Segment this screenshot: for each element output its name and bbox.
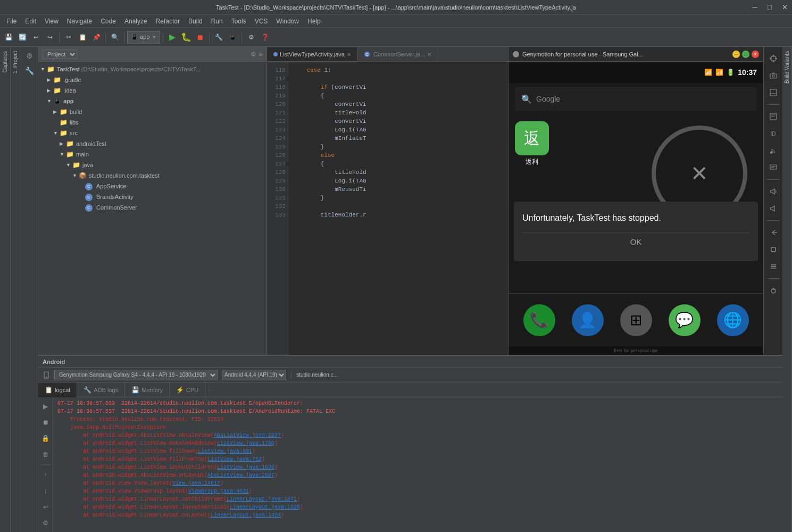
dock-messages-icon[interactable]: 💬 bbox=[669, 304, 701, 336]
editor-tab-listview[interactable]: ListViewTypeActivity.java ✕ bbox=[267, 47, 358, 61]
link-linearlayout-1525[interactable]: LinearLayout.java:1525 bbox=[230, 504, 300, 510]
tree-item-root[interactable]: ▼ 📁 TaskTest (D:\Studio_Workspace\projec… bbox=[38, 64, 266, 74]
app-icon[interactable]: 返 bbox=[515, 121, 549, 155]
menu-vcs[interactable]: VCS bbox=[251, 15, 272, 27]
log-icon-wrap[interactable]: ↩ bbox=[39, 500, 53, 514]
build-variants-label[interactable]: Build Variants bbox=[782, 47, 791, 88]
device-selector-dropdown[interactable]: Genymotion Samsung Galaxy S4 - 4.4.4 - A… bbox=[54, 370, 218, 380]
log-icon-down[interactable]: ↓ bbox=[39, 484, 53, 498]
tree-item-libs[interactable]: 📁 libs bbox=[38, 117, 266, 128]
menu-edit[interactable]: Edit bbox=[21, 15, 40, 27]
tree-item-androidtest[interactable]: ▶ 📁 androidTest bbox=[38, 138, 266, 149]
genymotion-maximize[interactable]: □ bbox=[742, 51, 749, 58]
toolbar-btn-settings[interactable]: ⚙ bbox=[245, 31, 257, 44]
link-view-14817[interactable]: View.java:14817 bbox=[172, 480, 220, 486]
link-viewgroup-4631[interactable]: ViewGroup.java:4631 bbox=[188, 488, 249, 494]
log-icon-up[interactable]: ↑ bbox=[39, 468, 53, 482]
minimize-button[interactable]: ─ bbox=[747, 0, 762, 15]
link-listview-1790[interactable]: ListView.java:1790 bbox=[217, 440, 274, 446]
log-icon-3[interactable]: 🔒 bbox=[39, 431, 53, 445]
ok-button[interactable]: OK bbox=[522, 232, 749, 251]
tree-item-brandsactivity[interactable]: C BrandsActivity bbox=[38, 192, 266, 202]
menu-navigate[interactable]: Navigate bbox=[63, 15, 96, 27]
rt-gps-btn[interactable] bbox=[766, 51, 781, 66]
toolbar-btn-debug[interactable]: 🐛 bbox=[180, 31, 193, 44]
menu-run[interactable]: Run bbox=[207, 15, 227, 27]
log-icon-settings[interactable]: ⚙ bbox=[39, 516, 53, 530]
link-listview-752[interactable]: ListView.java:752 bbox=[207, 456, 262, 462]
li-search2-icon[interactable] bbox=[23, 518, 37, 532]
close-button[interactable]: ✕ bbox=[777, 0, 792, 15]
toolbar-btn-cut[interactable]: ✂ bbox=[62, 31, 75, 44]
project-view-dropdown[interactable]: Project bbox=[43, 49, 77, 59]
rt-back-btn[interactable] bbox=[766, 225, 781, 240]
rt-vol-up-btn[interactable] bbox=[766, 184, 781, 199]
tree-item-idea[interactable]: ▶ 📁 .idea bbox=[38, 85, 266, 96]
tab-close-commonserver[interactable]: ✕ bbox=[427, 52, 431, 57]
bottom-tab-adb[interactable]: 🔧 ADB logs bbox=[77, 383, 125, 397]
menu-tools[interactable]: Tools bbox=[227, 15, 251, 27]
captures-label[interactable]: Captures bbox=[1, 47, 10, 77]
li-gear-icon[interactable]: 🔧 bbox=[23, 64, 37, 78]
menu-help[interactable]: Help bbox=[303, 15, 325, 27]
rt-camera-btn[interactable] bbox=[766, 68, 781, 83]
toolbar-btn-sdk[interactable]: 🔧 bbox=[212, 31, 225, 44]
toolbar-btn-redo[interactable]: ↪ bbox=[44, 31, 56, 44]
link-linearlayout-1671[interactable]: LinearLayout.java:1671 bbox=[227, 496, 297, 502]
link-listview-1630[interactable]: ListView.java:1630 bbox=[217, 464, 274, 470]
menu-window[interactable]: Window bbox=[272, 15, 303, 27]
tree-item-app[interactable]: ▼ 📱 app bbox=[38, 96, 266, 106]
menu-build[interactable]: Build bbox=[184, 15, 207, 27]
dock-apps-icon[interactable]: ⊞ bbox=[620, 304, 652, 336]
tree-item-commonserver[interactable]: C CommonServer bbox=[38, 202, 266, 213]
tab-close-listview[interactable]: ✕ bbox=[347, 52, 351, 57]
toolbar-btn-stop[interactable]: ⏹ bbox=[194, 31, 206, 44]
menu-view[interactable]: View bbox=[40, 15, 63, 27]
log-icon-clear[interactable]: 🗑 bbox=[39, 447, 53, 461]
editor-tab-commonserver[interactable]: C CommonServer.ja... ✕ bbox=[358, 47, 438, 61]
project-header-gear[interactable]: ⚙ bbox=[251, 51, 256, 58]
toolbar-btn-search[interactable]: 🔍 bbox=[109, 31, 121, 44]
rt-home-btn[interactable] bbox=[766, 242, 781, 257]
maximize-button[interactable]: □ bbox=[762, 0, 777, 15]
bottom-tab-logcat[interactable]: 📋 logcat bbox=[38, 383, 77, 397]
tree-item-gradle[interactable]: ▶ 📁 .gradle bbox=[38, 74, 266, 85]
tree-item-src[interactable]: ▼ 📁 src bbox=[38, 128, 266, 138]
log-icon-1[interactable]: ▶ bbox=[39, 400, 53, 413]
link-linearlayout-1434[interactable]: LinearLayout.java:1434 bbox=[211, 512, 281, 518]
log-icon-2[interactable]: ⏹ bbox=[39, 415, 53, 429]
link-listview-691[interactable]: ListView.java:691 bbox=[198, 448, 252, 454]
toolbar-btn-save[interactable]: 💾 bbox=[2, 31, 15, 44]
toolbar-btn-paste[interactable]: 📌 bbox=[90, 31, 103, 44]
toolbar-btn-undo[interactable]: ↩ bbox=[30, 31, 43, 44]
tree-item-appservice[interactable]: C AppService bbox=[38, 181, 266, 192]
dock-contacts-icon[interactable]: 👤 bbox=[572, 304, 604, 336]
run-config-selector[interactable]: 📱 app ▼ bbox=[127, 31, 160, 44]
tree-item-build[interactable]: ▶ 📁 build bbox=[38, 106, 266, 117]
link-abslistview-2277[interactable]: AbsListView.java:2277 bbox=[214, 433, 281, 438]
toolbar-btn-sync[interactable]: 🔄 bbox=[16, 31, 29, 44]
menu-file[interactable]: File bbox=[2, 15, 21, 27]
toolbar-btn-copy[interactable]: 📋 bbox=[76, 31, 89, 44]
api-selector-dropdown[interactable]: Android 4.4.4 (API 19) bbox=[222, 370, 286, 380]
menu-analyze[interactable]: Analyze bbox=[120, 15, 152, 27]
rt-nav-btn[interactable] bbox=[766, 109, 781, 124]
toolbar-btn-run[interactable]: ▶ bbox=[166, 31, 179, 44]
rt-power-btn[interactable] bbox=[766, 283, 781, 298]
rt-photos-btn[interactable] bbox=[766, 85, 781, 100]
tree-item-java[interactable]: ▼ 📁 java bbox=[38, 160, 266, 170]
project-tab-label[interactable]: 1: Project bbox=[11, 47, 21, 78]
genymotion-close[interactable]: ✕ bbox=[752, 51, 759, 58]
dock-browser-icon[interactable]: 🌐 bbox=[717, 304, 749, 336]
menu-code[interactable]: Code bbox=[96, 15, 120, 27]
bottom-tab-cpu[interactable]: ⚡ CPU bbox=[170, 383, 205, 397]
bottom-tab-memory[interactable]: 💾 Memory bbox=[125, 383, 170, 397]
li-settings-icon[interactable]: ⚙ bbox=[23, 49, 37, 63]
tree-item-main[interactable]: ▼ 📁 main bbox=[38, 149, 266, 160]
rt-chat-btn[interactable] bbox=[766, 160, 781, 175]
rt-id-btn[interactable]: ID bbox=[766, 126, 781, 141]
rt-vol-down-btn[interactable] bbox=[766, 201, 781, 216]
rt-rss-btn[interactable] bbox=[766, 143, 781, 158]
toolbar-btn-help[interactable]: ❓ bbox=[259, 31, 271, 44]
toolbar-btn-avd[interactable]: 📱 bbox=[226, 31, 239, 44]
